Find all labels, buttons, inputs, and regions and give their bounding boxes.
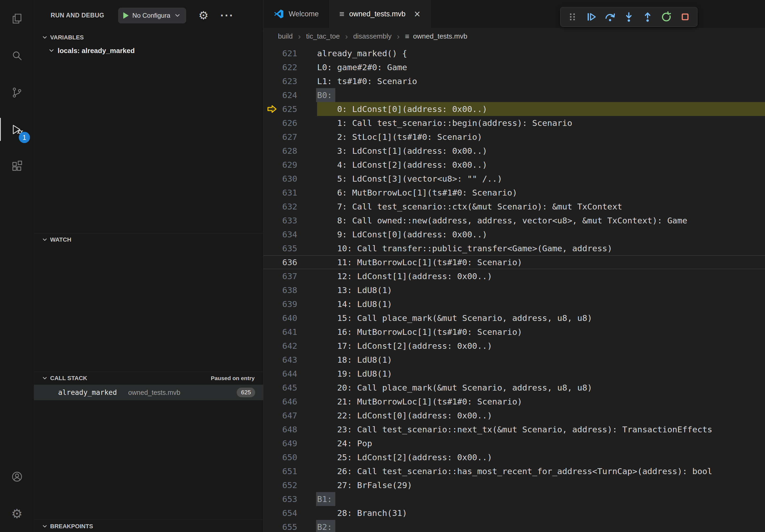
line-number[interactable]: 644: [281, 367, 317, 381]
code-line[interactable]: 629 4: LdConst[2](address: 0x00..): [264, 158, 765, 172]
breakpoint-gutter[interactable]: [264, 478, 281, 492]
breadcrumb-file[interactable]: ≡ owned_tests.mvb: [405, 32, 467, 40]
code-line[interactable]: 621already_marked() {: [264, 46, 765, 60]
code-line[interactable]: 653B1:: [264, 492, 765, 506]
code-line[interactable]: 623L1: ts#1#0: Scenario: [264, 74, 765, 88]
line-number[interactable]: 640: [281, 311, 317, 325]
line-number[interactable]: 647: [281, 408, 317, 422]
code-line[interactable]: 624B0:: [264, 88, 765, 102]
breakpoint-gutter[interactable]: [264, 436, 281, 450]
code-line[interactable]: 644 19: LdU8(1): [264, 367, 765, 381]
line-number[interactable]: 632: [281, 199, 317, 213]
breakpoint-gutter[interactable]: [264, 269, 281, 283]
line-number[interactable]: 622: [281, 60, 317, 74]
breakpoint-gutter[interactable]: [264, 283, 281, 297]
breakpoint-gutter[interactable]: [264, 339, 281, 353]
run-and-debug-icon[interactable]: 1: [0, 111, 34, 148]
breakpoint-gutter[interactable]: [264, 520, 281, 532]
watch-section-header[interactable]: WATCH: [34, 233, 263, 246]
code-line[interactable]: 640 15: Call place_mark(&mut Scenario, a…: [264, 311, 765, 325]
code-line[interactable]: 650 25: LdConst[2](address: 0x00..): [264, 450, 765, 464]
line-number[interactable]: 621: [281, 46, 317, 60]
source-control-icon[interactable]: [0, 74, 34, 111]
line-number[interactable]: 653: [281, 492, 317, 506]
line-number[interactable]: 643: [281, 353, 317, 367]
breakpoint-gutter[interactable]: [264, 408, 281, 422]
breadcrumb-tic-tac-toe[interactable]: tic_tac_toe: [306, 32, 340, 40]
line-number[interactable]: 629: [281, 158, 317, 172]
breakpoint-gutter[interactable]: [264, 506, 281, 520]
breakpoint-gutter[interactable]: [264, 60, 281, 74]
breakpoint-gutter[interactable]: [264, 199, 281, 213]
extensions-icon[interactable]: [0, 148, 34, 185]
line-number[interactable]: 623: [281, 74, 317, 88]
code-line[interactable]: 642 17: LdConst[2](address: 0x00..): [264, 339, 765, 353]
code-editor[interactable]: 621already_marked() {622L0: game#2#0: Ga…: [264, 45, 765, 532]
code-line[interactable]: 649 24: Pop: [264, 436, 765, 450]
line-number[interactable]: 648: [281, 422, 317, 436]
breakpoint-gutter[interactable]: [264, 158, 281, 172]
close-icon[interactable]: ×: [414, 10, 420, 18]
code-line[interactable]: 652 27: BrFalse(29): [264, 478, 765, 492]
line-number[interactable]: 645: [281, 381, 317, 395]
code-line[interactable]: 631 6: MutBorrowLoc[1](ts#1#0: Scenario): [264, 186, 765, 199]
tab-welcome[interactable]: Welcome: [264, 0, 329, 28]
code-line[interactable]: 628 3: LdConst[1](address: 0x00..): [264, 144, 765, 158]
line-number[interactable]: 626: [281, 116, 317, 130]
breakpoint-gutter[interactable]: [264, 422, 281, 436]
code-line[interactable]: 655B2:: [264, 520, 765, 532]
stop-button[interactable]: [677, 9, 693, 25]
code-line[interactable]: 635 10: Call transfer::public_transfer<G…: [264, 241, 765, 255]
step-into-button[interactable]: [621, 9, 637, 25]
call-stack-section-header[interactable]: CALL STACK Paused on entry: [34, 372, 263, 385]
more-actions-icon[interactable]: ···: [220, 13, 234, 18]
code-line[interactable]: 627 2: StLoc[1](ts#1#0: Scenario): [264, 130, 765, 144]
step-over-button[interactable]: [602, 9, 618, 25]
gear-icon[interactable]: ⚙: [198, 10, 209, 21]
code-line[interactable]: 648 23: Call test_scenario::next_tx(&mut…: [264, 422, 765, 436]
line-number[interactable]: 636: [281, 255, 317, 269]
explorer-icon[interactable]: [0, 0, 34, 37]
line-number[interactable]: 635: [281, 241, 317, 255]
code-line[interactable]: 638 13: LdU8(1): [264, 283, 765, 297]
code-line[interactable]: 634 9: LdConst[0](address: 0x00..): [264, 227, 765, 241]
breakpoint-gutter[interactable]: [264, 116, 281, 130]
code-line[interactable]: 647 22: LdConst[0](address: 0x00..): [264, 408, 765, 422]
code-line[interactable]: 636 11: MutBorrowLoc[1](ts#1#0: Scenario…: [264, 255, 765, 269]
breadcrumb-disassembly[interactable]: disassembly: [353, 32, 391, 40]
line-number[interactable]: 624: [281, 88, 317, 102]
code-line[interactable]: 626 1: Call test_scenario::begin(address…: [264, 116, 765, 130]
line-number[interactable]: 639: [281, 297, 317, 311]
line-number[interactable]: 651: [281, 464, 317, 478]
breakpoint-gutter[interactable]: [264, 241, 281, 255]
code-line[interactable]: 622L0: game#2#0: Game: [264, 60, 765, 74]
code-line[interactable]: 646 21: MutBorrowLoc[1](ts#1#0: Scenario…: [264, 395, 765, 408]
stack-frame-row[interactable]: already_marked owned_tests.mvb 625: [34, 385, 263, 400]
code-line[interactable]: 641 16: MutBorrowLoc[1](ts#1#0: Scenario…: [264, 325, 765, 339]
breakpoint-gutter[interactable]: [264, 172, 281, 186]
code-line[interactable]: 639 14: LdU8(1): [264, 297, 765, 311]
code-line[interactable]: 630 5: LdConst[3](vector<u8>: "" /..): [264, 172, 765, 186]
breakpoint-gutter[interactable]: [264, 311, 281, 325]
tab-owned-tests[interactable]: ≡ owned_tests.mvb ×: [329, 0, 431, 28]
line-number[interactable]: 642: [281, 339, 317, 353]
breakpoint-gutter[interactable]: [264, 144, 281, 158]
line-number[interactable]: 637: [281, 269, 317, 283]
breakpoint-gutter[interactable]: [264, 464, 281, 478]
breakpoint-gutter[interactable]: [264, 88, 281, 102]
search-icon[interactable]: [0, 37, 34, 74]
line-number[interactable]: 633: [281, 213, 317, 227]
code-line[interactable]: 632 7: Call test_scenario::ctx(&mut Scen…: [264, 199, 765, 213]
code-line[interactable]: 643 18: LdU8(1): [264, 353, 765, 367]
line-number[interactable]: 655: [281, 520, 317, 532]
breakpoint-gutter[interactable]: [264, 255, 281, 269]
breakpoints-section-header[interactable]: BREAKPOINTS: [34, 520, 263, 532]
breakpoint-gutter[interactable]: [264, 395, 281, 408]
continue-button[interactable]: [583, 9, 599, 25]
line-number[interactable]: 654: [281, 506, 317, 520]
line-number[interactable]: 625: [281, 102, 317, 116]
breakpoint-gutter[interactable]: [264, 353, 281, 367]
breakpoint-gutter[interactable]: [264, 74, 281, 88]
locals-scope-row[interactable]: locals: already_marked: [34, 44, 263, 57]
line-number[interactable]: 641: [281, 325, 317, 339]
